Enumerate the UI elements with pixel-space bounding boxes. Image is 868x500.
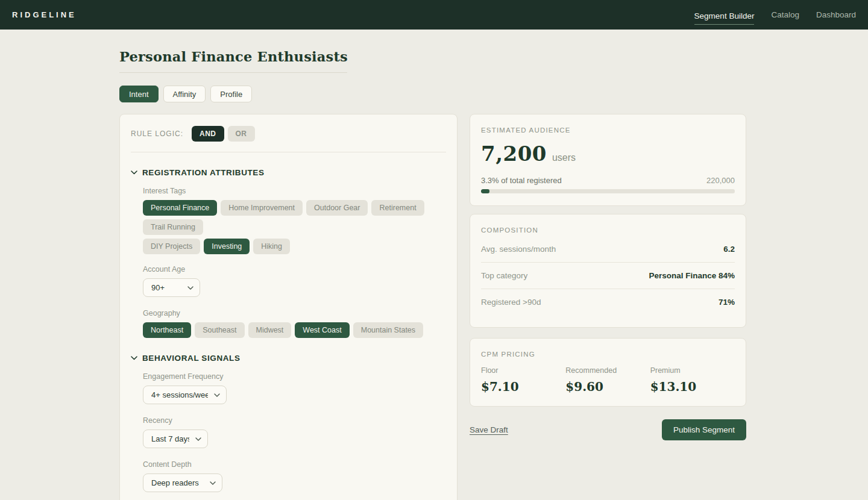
nav-item-catalog[interactable]: Catalog xyxy=(771,8,799,22)
page-title: Personal Finance Enthusiasts xyxy=(119,49,746,64)
section-title: REGISTRATION ATTRIBUTES xyxy=(142,168,265,177)
chevron-down-icon xyxy=(131,170,137,175)
tag-diy-projects[interactable]: DIY Projects xyxy=(143,239,200,254)
composition-row-label: Avg. sessions/month xyxy=(481,245,556,254)
tab-bar: Intent Affinity Profile xyxy=(119,86,746,102)
cpm-tier-recommended: Recommended $9.60 xyxy=(565,366,650,394)
tag-northeast[interactable]: Northeast xyxy=(143,322,191,338)
tab-intent[interactable]: Intent xyxy=(119,86,159,102)
estimated-audience-card: ESTIMATED AUDIENCE 7,200 users 3.3% of t… xyxy=(470,114,746,206)
tier-label: Recommended xyxy=(565,366,650,375)
audience-count: 7,200 xyxy=(481,142,547,166)
interest-tags-row-2: DIY Projects Investing Hiking xyxy=(143,239,446,254)
chevron-down-icon xyxy=(131,356,137,360)
composition-row-registered: Registered >90d 71% xyxy=(481,289,735,315)
geography-label: Geography xyxy=(143,309,446,317)
title-divider xyxy=(119,72,347,73)
account-age-select[interactable]: 90+ xyxy=(143,278,200,297)
tag-west-coast[interactable]: West Coast xyxy=(295,322,349,338)
tier-value: $13.10 xyxy=(650,380,735,394)
composition-card: COMPOSITION Avg. sessions/month 6.2 Top … xyxy=(470,214,746,328)
composition-title: COMPOSITION xyxy=(481,227,735,234)
composition-row-value: 6.2 xyxy=(723,245,735,254)
recency-select[interactable]: Last 7 days xyxy=(143,430,208,448)
content-depth-label: Content Depth xyxy=(143,460,446,469)
tab-affinity[interactable]: Affinity xyxy=(163,86,206,102)
interest-tags-label: Interest Tags xyxy=(143,187,446,195)
account-age-label: Account Age xyxy=(143,265,446,273)
composition-row-label: Registered >90d xyxy=(481,298,541,307)
nav-items: Segment Builder Catalog Dashboard xyxy=(694,8,856,22)
recency-label: Recency xyxy=(143,416,446,425)
tier-label: Premium xyxy=(650,366,735,375)
composition-row-top-category: Top category Personal Finance 84% xyxy=(481,263,735,289)
nav-item-segment-builder[interactable]: Segment Builder xyxy=(694,9,755,25)
audience-total: 220,000 xyxy=(706,176,735,185)
cpm-pricing-card: CPM PRICING Floor $7.10 Recommended $9.6… xyxy=(470,338,746,407)
interest-tags-row-1: Personal Finance Home Improvement Outdoo… xyxy=(143,200,446,235)
composition-row-sessions: Avg. sessions/month 6.2 xyxy=(481,236,735,263)
audience-progress-bar xyxy=(481,189,735,193)
top-nav: RIDGELINE Segment Builder Catalog Dashbo… xyxy=(0,0,868,30)
composition-row-value: 71% xyxy=(719,298,735,307)
rule-builder-panel: RULE LOGIC: AND OR REGISTRATION ATTRIBUT… xyxy=(119,114,458,500)
tier-value: $9.60 xyxy=(565,380,650,394)
section-behavioral-signals[interactable]: BEHAVIORAL SIGNALS xyxy=(131,354,446,363)
tag-personal-finance[interactable]: Personal Finance xyxy=(143,200,217,216)
cpm-tier-premium: Premium $13.10 xyxy=(650,366,735,394)
tag-southeast[interactable]: Southeast xyxy=(195,322,244,338)
cpm-pricing-title: CPM PRICING xyxy=(481,351,735,358)
tag-investing[interactable]: Investing xyxy=(204,239,250,254)
engagement-frequency-label: Engagement Frequency xyxy=(143,372,446,381)
geography-tags-row: Northeast Southeast Midwest West Coast M… xyxy=(143,322,446,338)
estimated-audience-title: ESTIMATED AUDIENCE xyxy=(481,127,735,134)
tag-mountain-states[interactable]: Mountain States xyxy=(353,322,423,338)
section-title: BEHAVIORAL SIGNALS xyxy=(142,354,241,363)
brand-logo: RIDGELINE xyxy=(12,10,77,19)
audience-share-label: 3.3% of total registered xyxy=(481,176,562,185)
tier-value: $7.10 xyxy=(481,380,565,394)
tag-midwest[interactable]: Midwest xyxy=(248,322,292,338)
rule-logic-label: RULE LOGIC: xyxy=(131,130,183,138)
main-content: Personal Finance Enthusiasts Intent Affi… xyxy=(119,30,746,500)
save-draft-link[interactable]: Save Draft xyxy=(470,425,508,434)
tag-home-improvement[interactable]: Home Improvement xyxy=(221,200,303,216)
tag-trail-running[interactable]: Trail Running xyxy=(143,219,203,235)
composition-row-label: Top category xyxy=(481,271,527,280)
rule-divider xyxy=(131,152,446,152)
tab-profile[interactable]: Profile xyxy=(210,86,252,102)
publish-segment-button[interactable]: Publish Segment xyxy=(662,419,746,440)
rule-logic-and-button[interactable]: AND xyxy=(192,126,224,142)
nav-item-dashboard[interactable]: Dashboard xyxy=(816,8,856,22)
content-depth-select[interactable]: Deep readers xyxy=(143,473,222,492)
audience-progress-fill xyxy=(481,189,489,193)
tier-label: Floor xyxy=(481,366,565,375)
tag-outdoor-gear[interactable]: Outdoor Gear xyxy=(306,200,368,216)
tag-retirement[interactable]: Retirement xyxy=(371,200,424,216)
engagement-frequency-select[interactable]: 4+ sessions/week xyxy=(143,386,227,404)
rule-logic-or-button[interactable]: OR xyxy=(228,126,255,142)
section-registration-attributes[interactable]: REGISTRATION ATTRIBUTES xyxy=(131,168,446,177)
cpm-tier-floor: Floor $7.10 xyxy=(481,366,565,394)
summary-column: ESTIMATED AUDIENCE 7,200 users 3.3% of t… xyxy=(470,114,746,440)
composition-row-value: Personal Finance 84% xyxy=(649,271,735,280)
audience-unit: users xyxy=(552,152,576,163)
tag-hiking[interactable]: Hiking xyxy=(253,239,290,254)
